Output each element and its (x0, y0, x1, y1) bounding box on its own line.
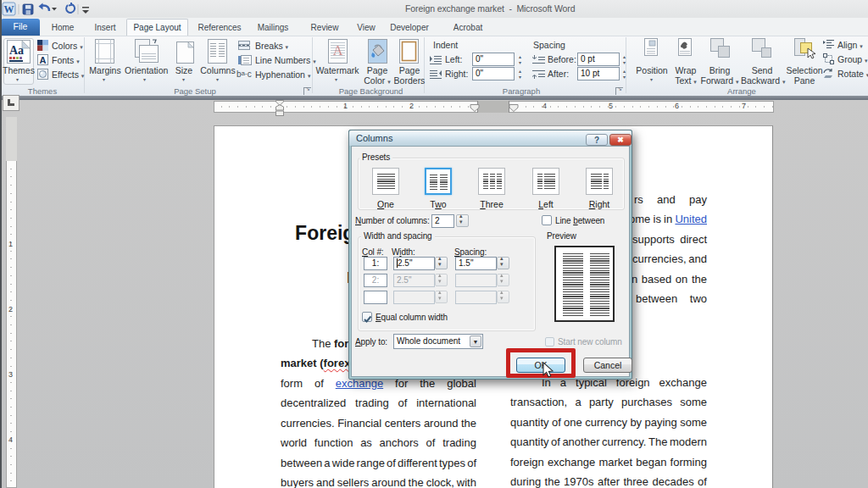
svg-text:W: W (4, 3, 14, 15)
svg-text:Aa: Aa (9, 44, 24, 57)
svg-text:A: A (40, 55, 47, 65)
svg-text:A: A (333, 43, 343, 58)
